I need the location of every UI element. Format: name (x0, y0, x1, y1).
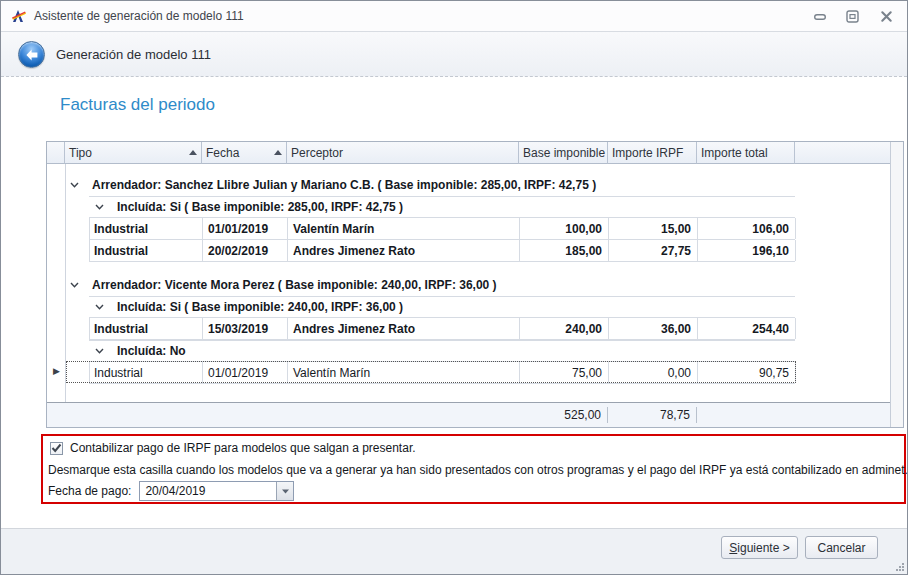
minimize-button[interactable] (811, 9, 829, 24)
column-header-label: Importe IRPF (612, 146, 683, 160)
column-header-tipo[interactable]: Tipo (65, 142, 202, 164)
table-scrollbar[interactable] (890, 142, 903, 427)
cell-perceptor: Valentín Marín (288, 362, 520, 383)
checkbox-check-icon (51, 443, 62, 453)
group-label: Arrendador: Sanchez Llibre Julian y Mari… (92, 178, 596, 192)
column-header-label: Fecha (206, 146, 239, 160)
cell-base-imponible: 100,00 (520, 218, 609, 239)
wizard-window: Asistente de generación de modelo 111 Ge… (0, 0, 908, 575)
resize-grip[interactable] (895, 562, 904, 571)
irpf-options-highlight: Contabilizar pago de IRPF para modelos q… (41, 434, 906, 504)
footer-bar: Siguiente > Cancelar (1, 528, 907, 574)
subgroup-label: Incluída: No (117, 344, 186, 358)
contabilizar-option: Contabilizar pago de IRPF para modelos q… (50, 441, 416, 455)
subgroup-label: Incluída: Si ( Base imponible: 285,00, I… (117, 200, 403, 214)
column-header-indicator[interactable] (47, 142, 65, 164)
group-label: Arrendador: Vicente Mora Perez ( Base im… (92, 278, 497, 292)
column-header-label: Perceptor (291, 146, 343, 160)
invoice-row[interactable]: Industrial20/02/2019Andres Jimenez Rato1… (89, 240, 795, 262)
cell-importe-irpf: 15,00 (609, 218, 698, 239)
back-button[interactable] (18, 41, 45, 68)
sort-ascending-icon (274, 150, 282, 155)
invoice-row[interactable]: Industrial01/01/2019Valentín Marín100,00… (89, 218, 795, 240)
cell-perceptor: Andres Jimenez Rato (288, 318, 520, 339)
cell-tipo: Industrial (90, 218, 203, 239)
fecha-pago-label: Fecha de pago: (48, 484, 131, 498)
title-bar[interactable]: Asistente de generación de modelo 111 (1, 1, 907, 31)
maximize-icon (846, 10, 859, 23)
chevron-down-icon[interactable] (70, 182, 79, 188)
total-base-imponible: 525,00 (519, 407, 608, 424)
column-header-perceptor[interactable]: Perceptor (287, 142, 519, 164)
chevron-down-icon[interactable] (95, 204, 104, 210)
grid-header: TipoFechaPerceptorBase imponibleImporte … (47, 142, 890, 164)
invoices-table: TipoFechaPerceptorBase imponibleImporte … (46, 141, 904, 428)
close-icon (880, 10, 893, 23)
maximize-button[interactable] (843, 9, 861, 24)
dropdown-arrow-icon (282, 489, 289, 494)
group-row-arrendador[interactable]: Arrendador: Vicente Mora Perez ( Base im… (65, 274, 890, 296)
column-header-importe-irpf[interactable]: Importe IRPF (608, 142, 697, 164)
contabilizar-checkbox-label: Contabilizar pago de IRPF para modelos q… (70, 441, 416, 455)
cell-importe-total: 254,40 (698, 318, 796, 339)
cell-tipo: Industrial (90, 362, 203, 383)
cell-perceptor: Valentín Marín (288, 218, 520, 239)
fecha-pago-row: Fecha de pago: 20/04/2019 (48, 481, 294, 501)
column-header-base-imponible[interactable]: Base imponible (519, 142, 608, 164)
wizard-header: Generación de modelo 111 (1, 31, 907, 77)
cell-fecha: 01/01/2019 (203, 362, 288, 383)
cell-importe-irpf: 36,00 (609, 318, 698, 339)
fecha-pago-value: 20/04/2019 (140, 482, 276, 500)
minimize-icon (813, 12, 827, 22)
group-row-arrendador[interactable]: Arrendador: Sanchez Llibre Julian y Mari… (65, 174, 890, 196)
cell-base-imponible: 185,00 (520, 240, 609, 261)
cell-base-imponible: 75,00 (520, 362, 609, 383)
cell-tipo: Industrial (90, 240, 203, 261)
invoice-row[interactable]: Industrial15/03/2019Andres Jimenez Rato2… (89, 318, 795, 340)
cell-importe-irpf: 0,00 (609, 362, 698, 383)
agencia-tributaria-logo-icon (11, 8, 27, 24)
back-arrow-icon (25, 48, 39, 62)
next-button-label: Siguiente > (729, 541, 789, 555)
column-header-label: Tipo (69, 146, 92, 160)
cell-importe-irpf: 27,75 (609, 240, 698, 261)
chevron-down-icon[interactable] (95, 304, 104, 310)
chevron-down-icon[interactable] (70, 282, 79, 288)
grid-body: Arrendador: Sanchez Llibre Julian y Mari… (47, 164, 890, 404)
grid-totals-row: 525,00 78,75 (47, 402, 890, 427)
chevron-down-icon[interactable] (95, 348, 104, 354)
group-gap (47, 262, 890, 274)
close-button[interactable] (877, 9, 895, 24)
group-gap (47, 164, 890, 174)
next-button[interactable]: Siguiente > (721, 536, 798, 559)
cell-fecha: 20/02/2019 (203, 240, 288, 261)
column-header-label: Base imponible (523, 146, 605, 160)
cell-perceptor: Andres Jimenez Rato (288, 240, 520, 261)
contabilizar-checkbox[interactable] (50, 442, 63, 455)
cell-importe-total: 106,00 (698, 218, 796, 239)
totals-spacer (47, 403, 519, 427)
fecha-pago-input[interactable]: 20/04/2019 (139, 481, 294, 501)
group-gap (47, 384, 890, 396)
window-title: Asistente de generación de modelo 111 (34, 1, 244, 31)
fecha-pago-dropdown-button[interactable] (276, 482, 293, 500)
cell-base-imponible: 240,00 (520, 318, 609, 339)
page-title: Facturas del periodo (60, 95, 215, 115)
column-header-importe-total[interactable]: Importe total (697, 142, 795, 164)
desmarque-note: Desmarque esta casilla cuando los modelo… (48, 463, 908, 477)
total-importe-irpf: 78,75 (608, 407, 697, 424)
column-header-label: Importe total (701, 146, 768, 160)
invoice-row[interactable]: ▶Industrial01/01/2019Valentín Marín75,00… (89, 362, 795, 384)
focused-row-indicator-icon: ▶ (53, 367, 60, 376)
cell-fecha: 01/01/2019 (203, 218, 288, 239)
column-header-fecha[interactable]: Fecha (202, 142, 287, 164)
cell-importe-total: 90,75 (698, 362, 796, 383)
column-header-filler[interactable] (795, 142, 890, 164)
subgroup-label: Incluída: Si ( Base imponible: 240,00, I… (117, 300, 403, 314)
subgroup-row-incluida[interactable]: Incluída: Si ( Base imponible: 240,00, I… (89, 296, 795, 318)
subgroup-row-incluida[interactable]: Incluída: Si ( Base imponible: 285,00, I… (89, 196, 795, 218)
sort-ascending-icon (189, 150, 197, 155)
wizard-step-title: Generación de modelo 111 (56, 32, 211, 77)
cancel-button[interactable]: Cancelar (805, 536, 878, 559)
subgroup-row-incluida[interactable]: Incluída: No (89, 340, 795, 362)
